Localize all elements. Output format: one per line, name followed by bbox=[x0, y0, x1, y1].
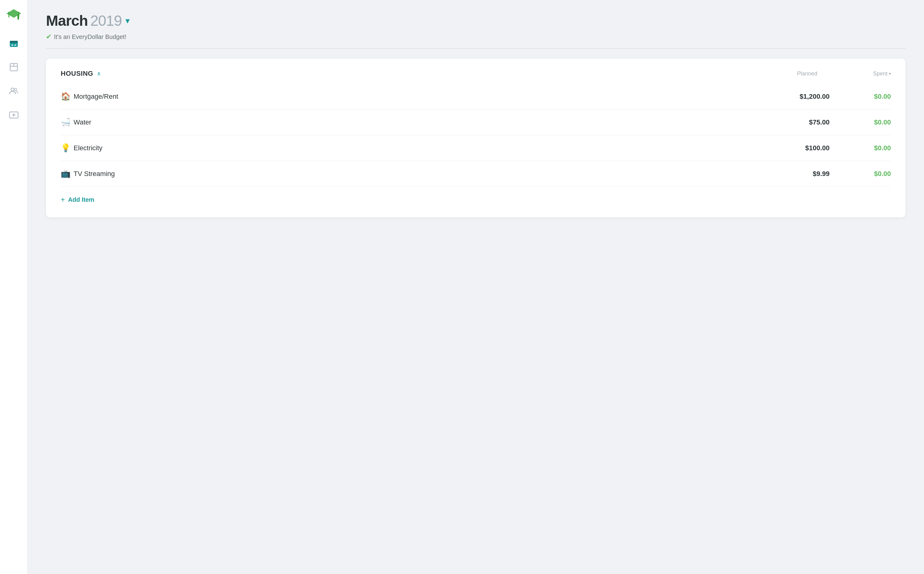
item-spent-water: $0.00 bbox=[848, 118, 891, 126]
budget-card: HOUSING ∧ Planned Spent ▾ 🏠 Mortgage/Ren… bbox=[46, 58, 906, 218]
svg-rect-4 bbox=[10, 41, 18, 43]
app-logo bbox=[6, 7, 22, 23]
svg-rect-6 bbox=[14, 44, 16, 46]
item-spent-tv: $0.00 bbox=[848, 170, 891, 178]
item-planned-tv: $9.99 bbox=[774, 170, 830, 178]
sidebar-item-video[interactable] bbox=[7, 109, 20, 121]
item-planned-water: $75.00 bbox=[774, 118, 830, 126]
item-name-water: 🛁 Water bbox=[61, 117, 774, 127]
table-row: 🛁 Water $75.00 $0.00 bbox=[61, 109, 891, 135]
item-emoji-tv: 📺 bbox=[61, 169, 71, 178]
item-name-mortgage: 🏠 Mortgage/Rent bbox=[61, 92, 774, 101]
month-label: March bbox=[46, 12, 88, 29]
svg-point-10 bbox=[11, 88, 14, 91]
header-divider bbox=[46, 48, 906, 49]
category-title: HOUSING bbox=[61, 69, 93, 77]
svg-rect-5 bbox=[11, 44, 13, 46]
column-headers: Planned Spent ▾ bbox=[781, 71, 891, 77]
item-planned-mortgage: $1,200.00 bbox=[774, 93, 830, 101]
sidebar-item-products[interactable] bbox=[7, 61, 20, 74]
table-row: 💡 Electricity $100.00 $0.00 bbox=[61, 135, 891, 161]
planned-column-header: Planned bbox=[781, 71, 817, 77]
sidebar-item-budget[interactable] bbox=[7, 37, 20, 50]
table-row: 📺 TV Streaming $9.99 $0.00 bbox=[61, 161, 891, 187]
add-item-plus-icon: + bbox=[61, 195, 65, 204]
item-spent-electricity: $0.00 bbox=[848, 144, 891, 152]
svg-marker-13 bbox=[13, 114, 16, 117]
item-spent-mortgage: $0.00 bbox=[848, 93, 891, 101]
table-row: 🏠 Mortgage/Rent $1,200.00 $0.00 bbox=[61, 84, 891, 109]
page-header: March 2019 ▾ ✔ It's an EveryDollar Budge… bbox=[46, 12, 906, 41]
month-dropdown-chevron[interactable]: ▾ bbox=[125, 16, 130, 26]
sidebar bbox=[0, 0, 28, 574]
add-item-button[interactable]: + Add Item bbox=[61, 187, 94, 207]
item-emoji-electricity: 💡 bbox=[61, 143, 71, 153]
year-label: 2019 bbox=[90, 12, 122, 29]
budget-badge-text: It's an EveryDollar Budget! bbox=[54, 33, 126, 41]
category-chevron[interactable]: ∧ bbox=[97, 70, 101, 77]
budget-items-list: 🏠 Mortgage/Rent $1,200.00 $0.00 🛁 Water … bbox=[61, 84, 891, 187]
page-title: March 2019 ▾ bbox=[46, 12, 906, 29]
item-name-electricity: 💡 Electricity bbox=[61, 143, 774, 153]
item-emoji-water: 🛁 bbox=[61, 117, 71, 127]
category-title-row: HOUSING ∧ bbox=[61, 69, 101, 77]
spent-column-header[interactable]: Spent ▾ bbox=[854, 71, 891, 77]
svg-rect-2 bbox=[17, 15, 19, 20]
category-header: HOUSING ∧ Planned Spent ▾ bbox=[61, 69, 891, 77]
item-planned-electricity: $100.00 bbox=[774, 144, 830, 152]
spent-chevron-icon: ▾ bbox=[889, 71, 891, 76]
item-emoji-mortgage: 🏠 bbox=[61, 92, 71, 101]
main-content: March 2019 ▾ ✔ It's an EveryDollar Budge… bbox=[28, 0, 924, 574]
sidebar-item-group[interactable] bbox=[7, 85, 20, 98]
add-item-label: Add Item bbox=[68, 196, 94, 203]
budget-badge: ✔ It's an EveryDollar Budget! bbox=[46, 33, 906, 41]
svg-point-11 bbox=[14, 88, 17, 91]
item-name-tv: 📺 TV Streaming bbox=[61, 169, 774, 178]
check-icon: ✔ bbox=[46, 33, 52, 41]
